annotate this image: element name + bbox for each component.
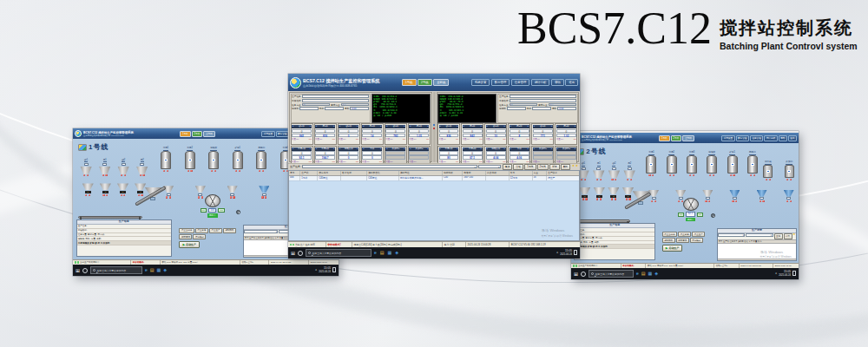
left-arrow-icon[interactable]: ◂ — [339, 125, 340, 128]
button-停止生产[interactable]: 停止生产 — [209, 228, 222, 233]
field-input-司机[interactable] — [325, 107, 344, 110]
right-arrow-icon[interactable]: ▸ — [333, 125, 334, 128]
tray-chevron-icon[interactable]: ∧ — [556, 251, 558, 254]
camera-icon[interactable] — [711, 213, 715, 218]
button-强制卸料[interactable]: 强制卸料 — [223, 228, 236, 233]
right-arrow-icon[interactable]: ▸ — [357, 147, 358, 150]
task-button-暂停[interactable]: 暂停 — [549, 164, 560, 170]
menu-button-系统设置[interactable]: 系统设置 — [471, 79, 490, 86]
record-filter-dropdown[interactable] — [718, 233, 745, 237]
system-tray[interactable]: ∧ 15:052021-04-24 — [315, 267, 336, 273]
taskbar-app-icon[interactable]: ▤ — [641, 272, 646, 276]
scale-header[interactable]: ◂石3秤▸ — [556, 125, 576, 128]
start-production-button[interactable]: ▶启动生产 — [179, 241, 200, 248]
left-arrow-icon[interactable]: ◂ — [510, 147, 510, 150]
menu-button-帮助[interactable]: 帮助 — [551, 79, 564, 86]
taskbar-app-icon[interactable]: ◈ — [654, 272, 658, 276]
left-arrow-icon[interactable]: ◂ — [316, 125, 317, 128]
left-arrow-icon[interactable]: ◂ — [534, 125, 535, 128]
taskbar-search-box[interactable]: 在这里输入你要搜索的内容 — [306, 249, 372, 257]
scale-header[interactable]: ◂粉煤灰秤▸ — [486, 147, 506, 151]
menu-button-统计分析[interactable]: 统计分析 — [764, 135, 777, 141]
task-dropdown[interactable] — [302, 165, 477, 169]
scale-header[interactable]: ◂石2秤▸ — [362, 125, 382, 128]
left-arrow-icon[interactable]: ◂ — [386, 125, 387, 128]
right-arrow-icon[interactable]: ▸ — [380, 147, 381, 150]
menu-button-配方管理[interactable]: 配方管理 — [491, 79, 510, 86]
line-button-1号线[interactable]: 1号线 — [402, 79, 417, 86]
button-停止生产[interactable]: 停止生产 — [692, 232, 705, 237]
menu-button-系统设置[interactable]: 系统设置 — [261, 131, 274, 137]
left-arrow-icon[interactable]: ◂ — [534, 147, 535, 150]
line-button-1号线[interactable]: 1号线 — [180, 131, 191, 137]
left-arrow-icon[interactable]: ◂ — [557, 125, 558, 128]
cortana-icon[interactable] — [82, 268, 88, 273]
right-arrow-icon[interactable]: ▸ — [404, 125, 404, 128]
right-arrow-icon[interactable]: ▸ — [504, 125, 505, 128]
left-arrow-icon[interactable]: ◂ — [486, 147, 487, 150]
task-button-追加[interactable]: 追加 — [503, 164, 513, 170]
menu-button-系统设置[interactable]: 系统设置 — [721, 135, 734, 141]
start-production-button[interactable]: ▶启动生产 — [662, 245, 683, 252]
line-button-2号线[interactable]: 2号线 — [671, 135, 682, 141]
scale-header[interactable]: ◂石1秤▸ — [463, 125, 483, 128]
start-button[interactable]: ⊞ — [574, 272, 578, 277]
scale-header[interactable]: ◂水泥1秤▸ — [439, 147, 459, 151]
scale-header[interactable]: ◂外加剂1▸ — [533, 147, 553, 151]
notification-icon[interactable] — [332, 267, 336, 272]
right-arrow-icon[interactable]: ▸ — [310, 125, 311, 128]
taskbar-search-box[interactable]: 在这里输入你要搜索的内容 — [90, 266, 142, 274]
scale-header[interactable]: ◂水泥2秤▸ — [315, 147, 335, 151]
record-date-dropdown[interactable] — [746, 233, 773, 237]
right-arrow-icon[interactable]: ▸ — [457, 147, 458, 150]
taskbar-app-icon[interactable]: e — [145, 268, 148, 272]
field-input-要求方量[interactable]: 5.1 — [341, 103, 369, 107]
scale-header[interactable]: ◂水泥2秤▸ — [463, 147, 483, 151]
taskbar-app-icon[interactable]: ▤ — [150, 268, 155, 272]
right-arrow-icon[interactable]: ▸ — [528, 147, 529, 150]
menu-button-配方管理[interactable]: 配方管理 — [276, 131, 289, 137]
scale-header[interactable]: ◂粉煤灰秤▸ — [339, 147, 358, 151]
left-arrow-icon[interactable]: ◂ — [463, 125, 464, 128]
task-button-自动[interactable]: 自动 — [513, 164, 523, 170]
task-button-删除[interactable]: 删除 — [561, 164, 571, 170]
left-arrow-icon[interactable]: ◂ — [410, 125, 411, 128]
left-arrow-icon[interactable]: ◂ — [363, 147, 364, 150]
menu-button-帮助[interactable]: 帮助 — [779, 135, 787, 141]
cortana-icon[interactable] — [298, 251, 303, 256]
system-tray[interactable]: ∧ 15:052021-04-24 — [775, 271, 796, 277]
menu-button-退出[interactable]: 退出 — [788, 135, 797, 141]
right-arrow-icon[interactable]: ▸ — [551, 147, 552, 150]
scale-header[interactable]: ◂外加剂2▸ — [556, 147, 576, 151]
line-button-全部线[interactable]: 全部线 — [433, 79, 449, 86]
field-input-盘数[interactable]: 0.00 — [350, 107, 369, 110]
field-input-生产任务[interactable] — [510, 95, 576, 98]
line-button-2号线[interactable]: 2号线 — [418, 79, 432, 86]
scale-header[interactable]: ◂砂1秤▸ — [292, 125, 312, 128]
right-arrow-icon[interactable]: ▸ — [357, 125, 358, 128]
line-button-全部线[interactable]: 全部线 — [682, 135, 694, 141]
taskbar-app-icon[interactable]: ▦ — [648, 272, 653, 276]
taskbar-app-icon[interactable]: e — [374, 251, 377, 255]
field-input-生产任务[interactable] — [302, 95, 369, 98]
left-arrow-icon[interactable]: ◂ — [386, 147, 387, 150]
field-input-要求方量[interactable]: 4.1 — [549, 103, 576, 107]
field-input-司机[interactable] — [532, 107, 551, 110]
menu-button-统计分析[interactable]: 统计分析 — [531, 79, 550, 86]
right-arrow-icon[interactable]: ▸ — [481, 125, 482, 128]
left-arrow-icon[interactable]: ◂ — [463, 147, 464, 150]
taskbar-search-box[interactable]: 在这里输入你要搜索的内容 — [589, 270, 634, 278]
scale-header[interactable]: ◂石2秤▸ — [510, 125, 529, 128]
task-button-1号线[interactable]: 1号线 — [524, 164, 536, 170]
left-arrow-icon[interactable]: ◂ — [293, 147, 293, 150]
button-停止本车[interactable]: 停止本车 — [678, 232, 691, 237]
task-button-2号线[interactable]: 2号线 — [537, 164, 549, 170]
truck-dropdown[interactable] — [478, 165, 501, 169]
left-arrow-icon[interactable]: ◂ — [486, 125, 487, 128]
left-arrow-icon[interactable]: ◂ — [557, 147, 558, 150]
right-arrow-icon[interactable]: ▸ — [504, 147, 505, 150]
button-停止当前盘[interactable]: 停止当前盘 — [662, 232, 678, 237]
system-tray[interactable]: ∧ 15:052021-04-24 — [556, 250, 577, 256]
button-清仓模式[interactable]: 清仓模式 — [193, 234, 206, 239]
tray-chevron-icon[interactable]: ∧ — [775, 272, 777, 275]
